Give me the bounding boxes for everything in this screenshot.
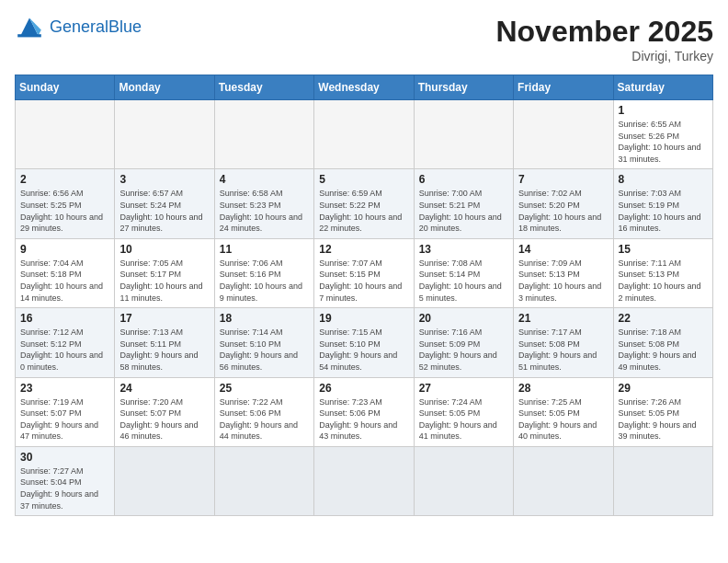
day-info: Sunrise: 7:20 AMSunset: 5:07 PMDaylight:… [119,396,209,442]
table-row [115,446,214,515]
table-row: 9Sunrise: 7:04 AMSunset: 5:18 PMDaylight… [16,238,115,307]
day-info: Sunrise: 7:27 AMSunset: 5:04 PMDaylight:… [20,465,109,511]
day-info: Sunrise: 6:55 AMSunset: 5:26 PMDaylight:… [619,119,708,165]
logo-icon [15,15,44,40]
day-info: Sunrise: 7:15 AMSunset: 5:10 PMDaylight:… [319,327,408,373]
day-number: 7 [518,173,608,186]
day-info: Sunrise: 7:00 AMSunset: 5:21 PMDaylight:… [419,188,508,234]
day-number: 6 [419,173,508,186]
day-number: 3 [119,173,209,186]
table-row [314,100,414,169]
table-row: 18Sunrise: 7:14 AMSunset: 5:10 PMDayligh… [214,308,313,377]
table-row: 25Sunrise: 7:22 AMSunset: 5:06 PMDayligh… [214,377,313,446]
table-row: 3Sunrise: 6:57 AMSunset: 5:24 PMDaylight… [115,169,214,238]
calendar-row: 23Sunrise: 7:19 AMSunset: 5:07 PMDayligh… [16,377,713,446]
calendar-row: 1Sunrise: 6:55 AMSunset: 5:26 PMDaylight… [16,100,713,169]
day-info: Sunrise: 7:02 AMSunset: 5:20 PMDaylight:… [518,188,608,234]
day-number: 26 [319,382,408,395]
calendar-row: 16Sunrise: 7:12 AMSunset: 5:12 PMDayligh… [16,308,713,377]
calendar-table: Sunday Monday Tuesday Wednesday Thursday… [15,75,713,516]
table-row [115,100,214,169]
table-row [414,446,513,515]
day-info: Sunrise: 6:56 AMSunset: 5:25 PMDaylight:… [20,188,109,234]
table-row: 6Sunrise: 7:00 AMSunset: 5:21 PMDaylight… [414,169,513,238]
day-info: Sunrise: 7:12 AMSunset: 5:12 PMDaylight:… [20,327,109,373]
table-row [514,446,613,515]
day-info: Sunrise: 7:11 AMSunset: 5:13 PMDaylight:… [619,258,708,304]
day-number: 27 [419,382,508,395]
day-info: Sunrise: 7:17 AMSunset: 5:08 PMDaylight:… [518,327,608,373]
day-info: Sunrise: 7:09 AMSunset: 5:13 PMDaylight:… [518,258,608,304]
day-info: Sunrise: 7:26 AMSunset: 5:05 PMDaylight:… [619,396,708,442]
table-row: 21Sunrise: 7:17 AMSunset: 5:08 PMDayligh… [514,308,613,377]
header-monday: Monday [115,75,214,100]
day-number: 13 [419,243,508,256]
logo-blue: Blue [108,17,142,36]
day-number: 30 [20,451,109,464]
table-row: 10Sunrise: 7:05 AMSunset: 5:17 PMDayligh… [115,238,214,307]
day-number: 17 [119,312,209,325]
calendar-row: 2Sunrise: 6:56 AMSunset: 5:25 PMDaylight… [16,169,713,238]
day-number: 22 [619,312,708,325]
day-info: Sunrise: 7:08 AMSunset: 5:14 PMDaylight:… [419,258,508,304]
table-row: 13Sunrise: 7:08 AMSunset: 5:14 PMDayligh… [414,238,513,307]
day-number: 24 [119,382,209,395]
table-row [214,446,313,515]
day-info: Sunrise: 7:25 AMSunset: 5:05 PMDaylight:… [518,396,608,442]
day-number: 21 [518,312,608,325]
table-row [514,100,613,169]
table-row: 29Sunrise: 7:26 AMSunset: 5:05 PMDayligh… [613,377,712,446]
table-row: 11Sunrise: 7:06 AMSunset: 5:16 PMDayligh… [214,238,313,307]
table-row: 15Sunrise: 7:11 AMSunset: 5:13 PMDayligh… [613,238,712,307]
day-info: Sunrise: 7:06 AMSunset: 5:16 PMDaylight:… [220,258,309,304]
table-row [613,446,712,515]
header-wednesday: Wednesday [314,75,414,100]
day-info: Sunrise: 7:18 AMSunset: 5:08 PMDaylight:… [619,327,708,373]
calendar-container: GeneralBlue November 2025 Divrigi, Turke… [0,0,728,563]
day-number: 4 [220,173,309,186]
title-section: November 2025 Divrigi, Turkey [495,15,713,63]
day-number: 16 [20,312,109,325]
day-info: Sunrise: 7:16 AMSunset: 5:09 PMDaylight:… [419,327,508,373]
day-info: Sunrise: 7:13 AMSunset: 5:11 PMDaylight:… [119,327,209,373]
day-info: Sunrise: 7:07 AMSunset: 5:15 PMDaylight:… [319,258,408,304]
day-info: Sunrise: 7:03 AMSunset: 5:19 PMDaylight:… [619,188,708,234]
header-saturday: Saturday [613,75,712,100]
day-number: 9 [20,243,109,256]
day-info: Sunrise: 7:05 AMSunset: 5:17 PMDaylight:… [119,258,209,304]
header: GeneralBlue November 2025 Divrigi, Turke… [15,15,713,63]
day-number: 12 [319,243,408,256]
day-info: Sunrise: 7:22 AMSunset: 5:06 PMDaylight:… [220,396,309,442]
logo: GeneralBlue [15,15,142,40]
day-number: 25 [220,382,309,395]
table-row: 14Sunrise: 7:09 AMSunset: 5:13 PMDayligh… [514,238,613,307]
table-row: 8Sunrise: 7:03 AMSunset: 5:19 PMDaylight… [613,169,712,238]
day-info: Sunrise: 7:04 AMSunset: 5:18 PMDaylight:… [20,258,109,304]
table-row: 26Sunrise: 7:23 AMSunset: 5:06 PMDayligh… [314,377,414,446]
day-number: 1 [619,104,708,117]
table-row: 24Sunrise: 7:20 AMSunset: 5:07 PMDayligh… [115,377,214,446]
day-number: 2 [20,173,109,186]
day-number: 10 [119,243,209,256]
table-row [16,100,115,169]
svg-rect-2 [17,34,41,37]
day-number: 20 [419,312,508,325]
table-row: 30Sunrise: 7:27 AMSunset: 5:04 PMDayligh… [16,446,115,515]
table-row [314,446,414,515]
table-row: 27Sunrise: 7:24 AMSunset: 5:05 PMDayligh… [414,377,513,446]
day-number: 18 [220,312,309,325]
day-number: 14 [518,243,608,256]
day-info: Sunrise: 7:24 AMSunset: 5:05 PMDaylight:… [419,396,508,442]
day-info: Sunrise: 7:19 AMSunset: 5:07 PMDaylight:… [20,396,109,442]
table-row [414,100,513,169]
table-row: 12Sunrise: 7:07 AMSunset: 5:15 PMDayligh… [314,238,414,307]
logo-text: GeneralBlue [50,18,142,37]
calendar-row: 30Sunrise: 7:27 AMSunset: 5:04 PMDayligh… [16,446,713,515]
day-info: Sunrise: 6:57 AMSunset: 5:24 PMDaylight:… [119,188,209,234]
calendar-row: 9Sunrise: 7:04 AMSunset: 5:18 PMDaylight… [16,238,713,307]
day-number: 8 [619,173,708,186]
day-info: Sunrise: 6:58 AMSunset: 5:23 PMDaylight:… [220,188,309,234]
table-row: 7Sunrise: 7:02 AMSunset: 5:20 PMDaylight… [514,169,613,238]
table-row: 22Sunrise: 7:18 AMSunset: 5:08 PMDayligh… [613,308,712,377]
day-info: Sunrise: 6:59 AMSunset: 5:22 PMDaylight:… [319,188,408,234]
